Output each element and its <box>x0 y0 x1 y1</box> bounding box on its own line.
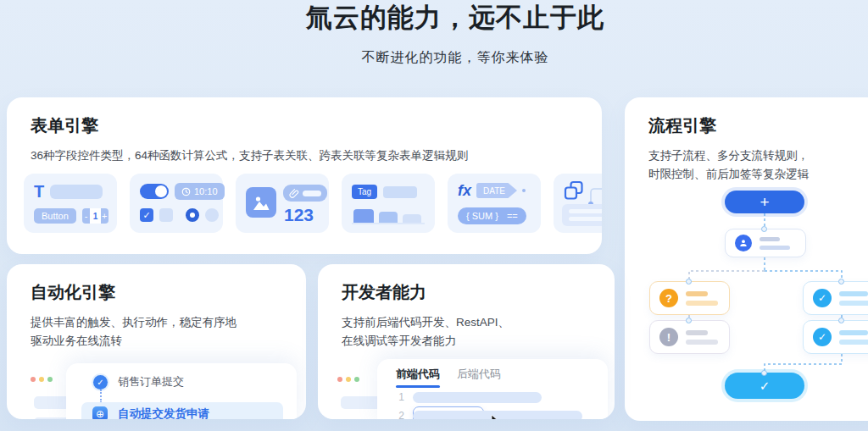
window-traffic-lights <box>337 377 359 382</box>
approved-skeleton-2 <box>839 330 868 345</box>
minimize-dot-icon <box>39 377 44 382</box>
alert-skeleton <box>686 330 718 345</box>
automation-title: 自动化引擎 <box>31 281 289 304</box>
connector-ring <box>761 370 767 376</box>
button-widget: Button <box>34 208 76 224</box>
connector-ring <box>838 279 844 285</box>
flow-approved-node-1: ✓ <box>803 281 868 315</box>
connector-ring <box>838 318 844 323</box>
action-step-label: 自动提交发货申请 <box>118 406 209 419</box>
form-engine-desc: 36种字段控件类型，64种函数计算公式，支持子表关联、跨表关联等复杂表单逻辑规则 <box>31 146 585 165</box>
tab-backend-code[interactable]: 后端代码 <box>457 367 501 388</box>
flow-end-node: ✓ <box>725 373 804 399</box>
approver-skeleton <box>760 237 790 250</box>
action-step[interactable]: ⊕ 自动提交发货申请 <box>81 402 283 419</box>
widget-tile-select-controls: 10:10 ✓ <box>130 174 223 233</box>
automation-panel: ✓ 销售订单提交 ⊕ 自动提交发货申请 <box>66 363 297 419</box>
tab-frontend-code[interactable]: 前端代码 <box>396 367 440 388</box>
tag-skeleton <box>383 186 417 198</box>
flow-approver-node <box>725 229 806 257</box>
exclamation-icon: ! <box>659 328 678 346</box>
widget-tile-text-controls: T Button - 1 + <box>24 174 117 233</box>
time-value: 10:10 <box>194 186 218 196</box>
page-subtitle: 不断进化的功能，等你来体验 <box>21 49 868 67</box>
connector-ring <box>686 318 692 323</box>
checkbox-checked-widget: ✓ <box>140 208 153 222</box>
fx-function-icon: fx <box>458 183 471 198</box>
copy-relation-icon <box>564 180 584 201</box>
sum-label: { SUM } <box>466 211 498 221</box>
flow-approved-node-2: ✓ <box>803 320 868 354</box>
check-icon: ✓ <box>760 379 771 394</box>
line-number: 2 <box>396 410 404 419</box>
mini-bar-chart-icon <box>352 209 425 224</box>
maximize-dot-icon <box>354 377 359 382</box>
automation-engine-card: 自动化引擎 提供丰富的触发、执行动作，稳定有序地 驱动业务在线流转 ✓ 销售订单… <box>7 264 306 419</box>
trigger-step: ✓ 销售订单提交 <box>93 374 184 390</box>
code-line-1: 1 <box>396 391 542 403</box>
stepper-value: 1 <box>90 208 100 224</box>
close-dot-icon <box>31 377 36 382</box>
developer-desc-line1: 支持前后端代码开发、RestAPI、 <box>342 313 598 332</box>
widget-tile-relation <box>554 174 602 233</box>
attachment-skeleton <box>303 191 321 196</box>
radio-unselected-widget <box>205 208 219 222</box>
text-input-skeleton <box>50 185 103 199</box>
attachment-widget <box>283 185 327 202</box>
related-record-skeleton <box>562 204 602 226</box>
number-widget: 123 <box>284 205 314 225</box>
time-picker-widget: 10:10 <box>175 183 225 200</box>
bar-tall <box>353 209 374 223</box>
maximize-dot-icon <box>47 377 53 382</box>
user-avatar-icon <box>735 235 752 251</box>
checkbox-unchecked-widget <box>159 208 173 222</box>
flow-start-node: + <box>725 191 804 213</box>
check-icon: ✓ <box>813 328 832 346</box>
connector-ring <box>761 226 767 232</box>
toggle-switch-widget <box>140 184 169 199</box>
tag-widget: Tag <box>352 185 377 199</box>
trigger-step-label: 销售订单提交 <box>118 374 184 390</box>
stepper-plus: + <box>101 211 108 221</box>
code-line-2: 2 class De <box>396 406 484 419</box>
bar-medium <box>379 212 398 223</box>
automation-desc-line1: 提供丰富的触发、执行动作，稳定有序地 <box>31 313 289 332</box>
form-engine-title: 表单引擎 <box>31 114 585 137</box>
text-field-icon: T <box>34 183 44 200</box>
clock-icon <box>181 187 191 196</box>
developer-title: 开发者能力 <box>342 281 598 304</box>
date-formula-tag: DATE <box>476 183 517 198</box>
minimize-dot-icon <box>346 377 351 382</box>
window-traffic-lights <box>31 377 53 382</box>
code-editor-tabs: 前端代码 后端代码 <box>396 367 501 388</box>
approved-skeleton-1 <box>839 291 868 306</box>
condition-skeleton <box>686 291 718 306</box>
check-icon: ✓ <box>813 289 832 307</box>
paperclip-icon <box>289 188 299 198</box>
stepper-minus: - <box>82 211 90 221</box>
hero-section: 氚云的能力，远不止于此 不断进化的功能，等你来体验 <box>21 0 868 67</box>
mouse-cursor-icon <box>491 415 502 419</box>
bar-short <box>403 214 421 223</box>
relation-connector <box>587 184 602 206</box>
widget-tile-tag-chart: Tag <box>342 174 435 233</box>
widget-tile-media-number: 123 <box>236 174 329 233</box>
process-engine-card: 流程引擎 支持子流程、多分支流转规则， 时限控制、前后加签等复杂逻辑 + <box>625 97 868 421</box>
automation-desc-line2: 驱动业务在线流转 <box>31 332 289 351</box>
close-dot-icon <box>337 377 342 382</box>
connector-ring <box>686 279 692 285</box>
image-widget-icon <box>246 187 276 218</box>
number-stepper-widget: - 1 + <box>82 208 108 224</box>
badge-check-icon: ✓ <box>93 375 108 390</box>
code-editor-panel: 前端代码 后端代码 1 2 class De 3 <box>377 359 608 419</box>
plus-icon: + <box>760 193 769 212</box>
step-dotted-connector <box>100 390 102 403</box>
auto-action-icon: ⊕ <box>92 406 108 419</box>
flow-condition-node: ? <box>649 281 730 315</box>
line-number: 1 <box>396 391 404 403</box>
equals-label: == <box>507 211 518 221</box>
flow-alert-node: ! <box>649 320 730 354</box>
form-engine-card: 表单引擎 36种字段控件类型，64种函数计算公式，支持子表关联、跨表关联等复杂表… <box>7 97 602 254</box>
code-skeleton <box>413 392 542 403</box>
radio-selected-widget <box>186 208 199 222</box>
